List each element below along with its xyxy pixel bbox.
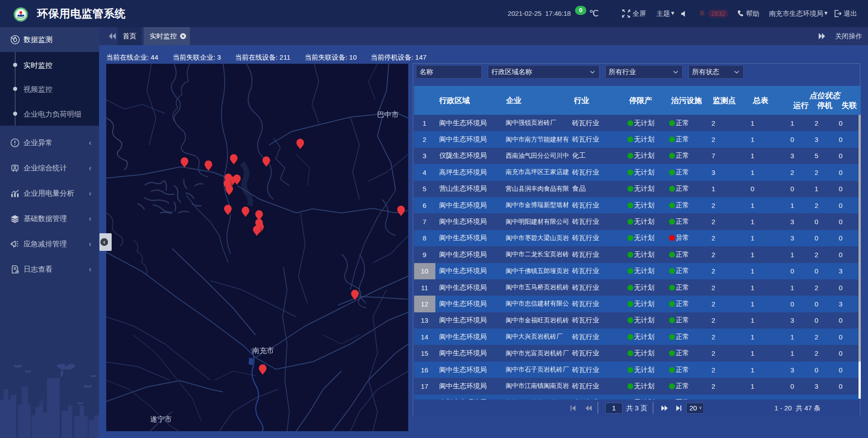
svg-text:遂宁市: 遂宁市: [150, 415, 172, 423]
svg-text:巴中市: 巴中市: [377, 111, 399, 118]
svg-text:南充市: 南充市: [252, 347, 274, 354]
